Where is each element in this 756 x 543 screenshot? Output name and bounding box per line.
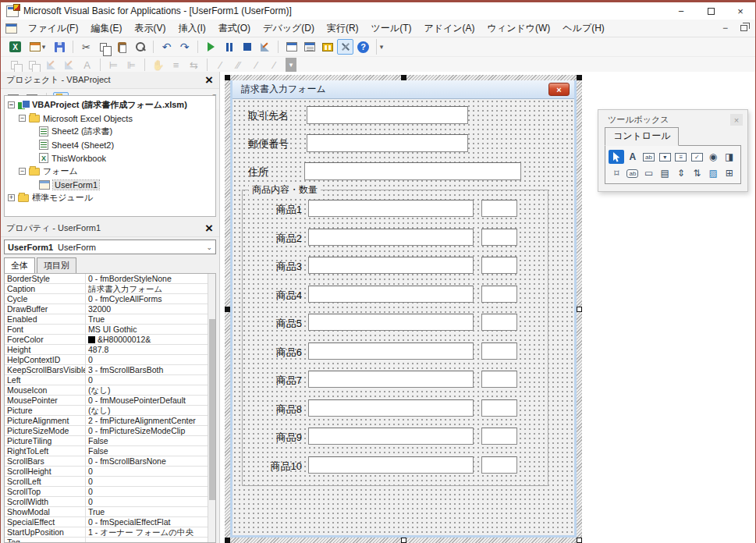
property-row[interactable]: Height487.8 (5, 345, 215, 355)
tool-select-objects[interactable] (609, 150, 624, 164)
tool-multipage[interactable]: ▤ (657, 166, 673, 180)
tab-categorized[interactable]: 項目別 (37, 257, 76, 273)
tool-combobox[interactable]: ▾ (657, 150, 673, 164)
properties-close-button[interactable]: × (202, 222, 216, 236)
textbox-qty-10[interactable] (481, 456, 517, 474)
maximize-button[interactable] (696, 2, 726, 20)
help-button[interactable]: ? (355, 39, 371, 55)
textbox-qty-8[interactable] (481, 399, 517, 417)
textbox-product-9[interactable] (308, 428, 474, 445)
resize-handle-bottom-middle[interactable] (401, 538, 406, 543)
userform-window[interactable]: 請求書入力フォーム × 取引先名 郵便番号 住所 商品内容・数量 商品1 (230, 80, 577, 538)
property-row[interactable]: ShowModalTrue (5, 507, 215, 517)
properties-window-button[interactable] (301, 39, 318, 55)
menu-insert[interactable]: 挿入(I) (172, 20, 211, 37)
copy-button[interactable] (96, 39, 112, 55)
save-button[interactable] (51, 39, 68, 55)
mdi-minimize-button[interactable]: − (722, 23, 728, 34)
tool-frame[interactable]: ⌑ (609, 166, 624, 180)
property-row[interactable]: EnabledTrue (5, 314, 215, 325)
textbox-product-10[interactable] (308, 456, 474, 474)
textbox-product-4[interactable] (308, 286, 474, 303)
tab-alphabetic[interactable]: 全体 (4, 257, 35, 273)
property-row[interactable]: HelpContextID0 (5, 355, 215, 365)
object-selector[interactable]: UserForm1 UserForm ⌄ (4, 240, 216, 254)
menu-tools[interactable]: ツール(T) (365, 20, 418, 37)
products-frame[interactable]: 商品内容・数量 商品1 商品2 商品3 商品4 商品5 (242, 190, 548, 486)
toolbar2-overflow-button[interactable]: ▾ (286, 58, 296, 72)
project-close-button[interactable]: × (202, 73, 216, 87)
textbox-qty-3[interactable] (481, 257, 517, 274)
textbox-qty-2[interactable] (481, 229, 517, 246)
run-button[interactable] (203, 39, 219, 55)
textbox-qty-9[interactable] (481, 428, 517, 445)
property-row[interactable]: MouseIcon(なし) (5, 385, 215, 396)
property-row[interactable]: ScrollBars0 - fmScrollBarsNone (5, 456, 215, 467)
break-button[interactable] (221, 39, 237, 55)
property-row[interactable]: FontMS UI Gothic (5, 325, 215, 335)
expander-icon[interactable]: − (8, 101, 15, 108)
menu-edit[interactable]: 編集(E) (84, 20, 128, 37)
textbox-product-7[interactable] (308, 371, 474, 388)
resize-handle-top-right[interactable] (577, 75, 582, 80)
view-excel-button[interactable]: X (7, 39, 23, 55)
textbox-product-2[interactable] (308, 229, 474, 246)
toolbox-button[interactable] (337, 39, 353, 55)
scrollbar-thumb[interactable] (209, 319, 215, 500)
textbox-address[interactable] (304, 162, 521, 180)
redo-button[interactable]: ↷ (176, 39, 193, 55)
tool-image[interactable]: ▨ (705, 166, 721, 180)
toolbar-overflow-button[interactable]: ▾ (376, 39, 386, 55)
textbox-qty-7[interactable] (481, 371, 517, 388)
property-row[interactable]: Left0 (5, 375, 215, 385)
textbox-client-name[interactable] (307, 106, 468, 124)
property-row[interactable]: ScrollWidth0 (5, 497, 215, 507)
tree-item-vbaproject[interactable]: − VBAProject (請求書作成フォーム.xlsm) (5, 98, 215, 112)
property-row[interactable]: ScrollTop0 (5, 487, 215, 497)
property-row[interactable]: MousePointer0 - fmMousePointerDefault (5, 396, 215, 406)
toolbox-window[interactable]: ツールボックス × コントロール A ab ▾ ≡ ✓ ◉ ◨ ⌑ ab ▭ ▤… (598, 109, 748, 192)
tab-controls[interactable]: コントロール (605, 127, 679, 146)
menu-run[interactable]: 実行(R) (321, 20, 365, 37)
tool-label[interactable]: A (625, 150, 641, 164)
property-row[interactable]: PictureSizeMode0 - fmPictureSizeModeClip (5, 426, 215, 436)
menu-help[interactable]: ヘルプ(H) (556, 20, 611, 37)
menu-file[interactable]: ファイル(F) (22, 20, 84, 37)
resize-handle-middle-left[interactable] (225, 307, 230, 312)
resize-handle-bottom-left[interactable] (225, 538, 230, 543)
userform-mdi-icon[interactable] (5, 23, 17, 34)
tool-listbox[interactable]: ≡ (673, 150, 689, 164)
design-mode-button[interactable] (257, 39, 273, 55)
resize-handle-top-middle[interactable] (401, 75, 406, 80)
property-row[interactable]: DrawBuffer32000 (5, 304, 215, 314)
minimize-button[interactable]: − (666, 2, 696, 20)
tool-refedit[interactable]: ⊞ (722, 166, 737, 180)
property-row[interactable]: KeepScrollBarsVisible3 - fmScrollBarsBot… (5, 365, 215, 375)
tree-item-thisworkbook[interactable]: ThisWorkbook (5, 151, 215, 165)
userform-designer[interactable]: 請求書入力フォーム × 取引先名 郵便番号 住所 商品内容・数量 商品1 (225, 75, 582, 543)
userform-titlebar[interactable]: 請求書入力フォーム × (232, 80, 574, 99)
textbox-qty-5[interactable] (481, 314, 517, 331)
menu-debug[interactable]: デバッグ(D) (257, 20, 321, 37)
tree-item-forms-folder[interactable]: − フォーム (5, 165, 215, 178)
tool-togglebutton[interactable]: ◨ (722, 150, 737, 164)
find-button[interactable] (132, 39, 148, 55)
userform-close-button[interactable]: × (548, 83, 570, 96)
tool-optionbutton[interactable]: ◉ (705, 150, 721, 164)
tool-scrollbar[interactable]: ⇕ (673, 166, 689, 180)
tool-textbox[interactable]: ab (641, 150, 657, 164)
property-row[interactable]: RightToLeftFalse (5, 446, 215, 456)
textbox-postal-code[interactable] (307, 134, 468, 152)
property-row[interactable]: Cycle0 - fmCycleAllForms (5, 294, 215, 304)
textbox-product-6[interactable] (308, 342, 474, 360)
paste-button[interactable] (114, 39, 130, 55)
resize-handle-middle-right[interactable] (577, 307, 582, 312)
property-row[interactable]: Caption請求書入力フォーム (5, 284, 215, 294)
tool-commandbutton[interactable]: ab (625, 166, 641, 180)
textbox-product-1[interactable] (308, 200, 474, 217)
textbox-product-3[interactable] (308, 257, 474, 274)
textbox-qty-1[interactable] (481, 200, 517, 217)
property-row[interactable]: ScrollHeight0 (5, 467, 215, 477)
property-row[interactable]: SpecialEffect0 - fmSpecialEffectFlat (5, 517, 215, 527)
property-row[interactable]: PictureAlignment2 - fmPictureAlignmentCe… (5, 416, 215, 426)
